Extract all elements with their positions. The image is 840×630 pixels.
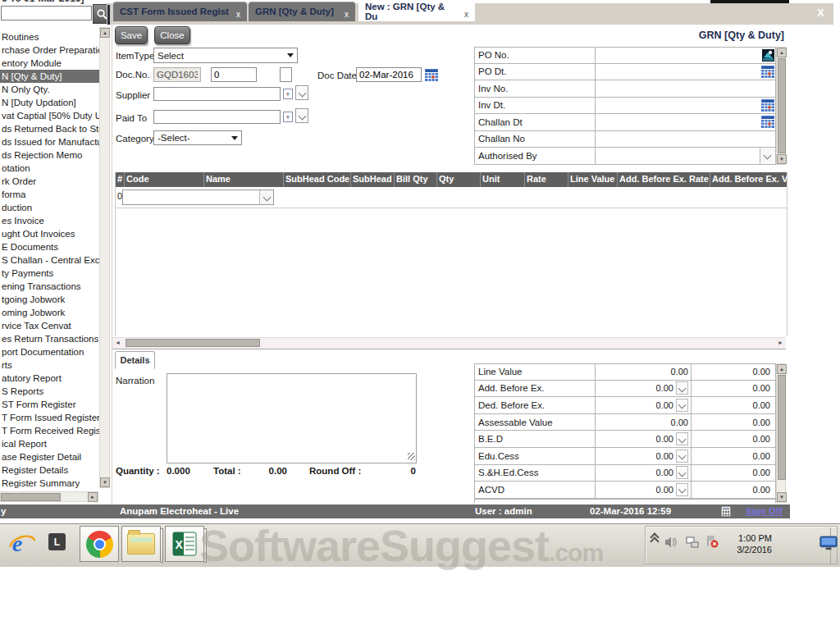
sidebar-horizontal-scrollbar[interactable]: ►: [0, 491, 98, 502]
calculator-icon[interactable]: [721, 506, 731, 518]
action-center-flag-icon[interactable]: [705, 534, 719, 550]
lookup-icon[interactable]: [762, 49, 774, 62]
supplier-dropdown-button[interactable]: [295, 85, 308, 100]
sidebar-item[interactable]: duction: [2, 201, 100, 214]
scroll-up-icon[interactable]: ▲: [100, 28, 110, 38]
po-row-value[interactable]: [596, 80, 775, 97]
totals-dd[interactable]: [676, 450, 688, 463]
excel-taskbar-button[interactable]: X: [165, 526, 204, 562]
grid-row[interactable]: 0: [116, 187, 787, 208]
docno-extra-box[interactable]: [280, 67, 292, 82]
explorer-taskbar-button[interactable]: [121, 526, 161, 562]
tab-cst-form-issued-register[interactable]: CST Form Issued Regist x: [113, 2, 247, 21]
tab-close-icon[interactable]: x: [458, 10, 468, 21]
sidebar-item[interactable]: forma: [2, 188, 100, 201]
sidebar-item[interactable]: ening Transactions: [2, 280, 100, 293]
sidebar-item[interactable]: S Reports: [2, 385, 100, 398]
paidto-dropdown-button[interactable]: [295, 108, 308, 123]
tray-clock[interactable]: 1:00 PM 3/2/2016: [726, 532, 772, 555]
scroll-up-icon[interactable]: ▲: [777, 48, 787, 57]
totals-row-value1[interactable]: 0.00: [596, 397, 692, 413]
sidebar-item[interactable]: rchase Order Preparation: [2, 43, 100, 57]
network-icon[interactable]: [685, 536, 700, 550]
sidebar-item[interactable]: vat Captial [50% Duty Up: [2, 109, 100, 122]
dropdown-button[interactable]: [259, 190, 273, 204]
sidebar-item[interactable]: atutory Report: [2, 372, 100, 385]
paidto-field[interactable]: [153, 110, 281, 124]
paidto-add-button[interactable]: +: [283, 112, 293, 122]
grid-column-header[interactable]: Qty: [436, 172, 480, 187]
calendar-icon[interactable]: [761, 116, 774, 128]
po-panel-scrollbar[interactable]: ▲ ▼: [776, 47, 786, 165]
totals-row-value1[interactable]: 0.00: [596, 364, 692, 380]
grid-column-header[interactable]: SubHead Code: [283, 172, 350, 187]
sidebar-item[interactable]: Register Details: [2, 463, 100, 477]
search-input[interactable]: [1, 6, 92, 21]
docno-serial-field[interactable]: [211, 67, 257, 82]
totals-row-value1[interactable]: 0.00: [596, 448, 692, 464]
monitor-icon[interactable]: [819, 536, 838, 553]
grid-column-header[interactable]: SubHead: [350, 172, 394, 187]
tray-chevron-up-icon[interactable]: [651, 536, 658, 545]
totals-row-value1[interactable]: 0.00: [596, 414, 692, 431]
calendar-icon[interactable]: [761, 66, 774, 78]
close-button[interactable]: Close: [154, 26, 190, 44]
grid-column-header[interactable]: Add. Before Ex. V: [710, 172, 787, 187]
sidebar-item[interactable]: rts: [2, 358, 100, 372]
sidebar-item[interactable]: rk Order: [2, 175, 100, 188]
sidebar-item[interactable]: N Only Qty.: [2, 83, 100, 96]
resize-handle[interactable]: [408, 453, 415, 460]
scroll-left-icon[interactable]: ◄: [115, 340, 121, 345]
sidebar-item[interactable]: port Documentation: [2, 345, 100, 358]
chrome-taskbar-button[interactable]: [80, 526, 119, 562]
narration-textarea[interactable]: [167, 373, 417, 463]
totals-panel-scrollbar[interactable]: ▲ ▼: [776, 363, 786, 503]
supplier-add-button[interactable]: +: [283, 89, 293, 99]
grid-column-header[interactable]: Unit: [480, 172, 524, 187]
scroll-right-icon[interactable]: ►: [88, 492, 98, 502]
sidebar-item[interactable]: tgoing Jobwork: [2, 293, 100, 306]
scroll-down-icon[interactable]: ▼: [777, 154, 787, 164]
sidebar-item[interactable]: ught Out Invoices: [2, 227, 100, 240]
sidebar-item[interactable]: ty Payments: [2, 267, 100, 280]
calendar-icon[interactable]: [425, 69, 438, 81]
taskbar-l-tile[interactable]: L: [48, 533, 66, 550]
totals-row-value1[interactable]: 0.00: [596, 381, 692, 397]
sidebar-item[interactable]: Register Summary: [2, 477, 100, 490]
sidebar-item[interactable]: ST Form Register: [2, 398, 100, 411]
scroll-up-icon[interactable]: ▲: [777, 364, 787, 374]
dropdown-button[interactable]: [760, 148, 774, 164]
scrollbar-thumb[interactable]: [778, 375, 786, 480]
category-select[interactable]: -Select-: [153, 130, 242, 145]
sidebar-item[interactable]: ase Register Detail: [2, 450, 100, 463]
scroll-down-icon[interactable]: ▼: [777, 492, 787, 502]
totals-row-value1[interactable]: 0.00: [596, 465, 692, 482]
save-button[interactable]: Save: [115, 26, 148, 44]
sidebar-item[interactable]: otation: [2, 162, 100, 175]
po-row-value[interactable]: [596, 148, 775, 164]
grid-column-header[interactable]: Name: [203, 172, 283, 187]
tab-details[interactable]: Details: [115, 351, 155, 369]
internet-explorer-icon[interactable]: e: [8, 531, 36, 559]
window-close-icon[interactable]: X: [817, 7, 824, 19]
calendar-icon[interactable]: [761, 99, 774, 112]
sidebar-item[interactable]: T Form Issued Register -: [2, 411, 100, 424]
sidebar-item[interactable]: entory Module: [2, 57, 100, 70]
totals-row-value1[interactable]: 0.00: [596, 431, 692, 447]
grid-column-header[interactable]: Add. Before Ex. Rate: [617, 172, 710, 187]
scrollbar-thumb[interactable]: [1, 493, 61, 501]
grid-column-header[interactable]: Rate: [524, 172, 568, 187]
docdate-field[interactable]: [356, 67, 422, 82]
speaker-icon[interactable]: [664, 536, 678, 550]
po-row-value[interactable]: [596, 114, 775, 130]
sidebar-item[interactable]: ical Report: [2, 437, 100, 450]
po-row-value[interactable]: [596, 98, 775, 114]
sidebar-item[interactable]: T Form Received Registe: [2, 424, 100, 437]
supplier-field[interactable]: [153, 87, 281, 101]
po-row-value[interactable]: [596, 131, 775, 148]
totals-dd[interactable]: [676, 466, 688, 479]
sidebar-item[interactable]: ds Returned Back to Sto: [2, 122, 100, 135]
grid-horizontal-scrollbar[interactable]: ◄ ►: [112, 337, 786, 349]
sign-off-link[interactable]: Sign Off: [746, 506, 783, 516]
po-row-value[interactable]: [596, 64, 775, 80]
